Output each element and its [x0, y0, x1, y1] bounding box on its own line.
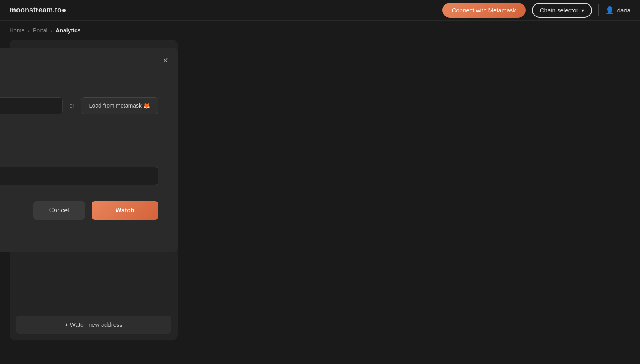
title-label: Title: [0, 155, 158, 162]
watch-address-modal: Watch new address × Address or Load from…: [0, 48, 178, 252]
chevron-down-icon: ▾: [582, 8, 584, 13]
address-section: Address or Load from metamask 🦊: [0, 86, 158, 114]
account-type-row: Smart contract Regular account: [0, 137, 158, 144]
logo: moonstream.to: [10, 6, 442, 14]
username: daria: [617, 7, 630, 14]
modal-actions: Cancel Watch: [0, 201, 158, 220]
logo-dot: [62, 9, 66, 12]
breadcrumb-sep-1: ›: [28, 27, 30, 34]
user-section: 👤 daria: [605, 6, 630, 15]
account-type-label: Account type: [0, 125, 158, 132]
modal-title: Watch new address: [0, 62, 158, 73]
breadcrumb-portal[interactable]: Portal: [33, 27, 48, 34]
watch-button[interactable]: Watch: [92, 201, 158, 220]
page-body: Addresses 🔍 Polygon ⛓ Sunflower Land Pol…: [10, 40, 178, 362]
address-input[interactable]: [0, 97, 63, 114]
address-label: Address: [0, 86, 158, 92]
title-section: Title: [0, 155, 158, 185]
load-metamask-button[interactable]: Load from metamask 🦊: [81, 97, 158, 114]
breadcrumb-current: Analytics: [56, 27, 80, 34]
account-type-section: Account type Smart contract Regular acco…: [0, 125, 158, 144]
user-icon: 👤: [605, 6, 614, 15]
chain-selector-button[interactable]: Chain selector ▾: [532, 3, 592, 18]
header-right: Connect with Metamask Chain selector ▾ 👤…: [442, 3, 630, 18]
header: moonstream.to Connect with Metamask Chai…: [0, 0, 640, 21]
modal-close-button[interactable]: ×: [163, 56, 168, 65]
main-content: Addresses 🔍 Polygon ⛓ Sunflower Land Pol…: [0, 40, 640, 362]
breadcrumb-sep-2: ›: [51, 27, 53, 34]
breadcrumb: Home › Portal › Analytics: [0, 21, 640, 40]
cancel-button[interactable]: Cancel: [33, 201, 85, 220]
address-input-row: or Load from metamask 🦊: [0, 97, 158, 114]
connect-metamask-button[interactable]: Connect with Metamask: [442, 3, 526, 18]
modal-overlay: Watch new address × Address or Load from…: [0, 40, 178, 362]
title-input[interactable]: [0, 167, 158, 185]
chain-selector-label: Chain selector: [540, 7, 578, 14]
breadcrumb-home[interactable]: Home: [10, 27, 24, 34]
header-divider: [598, 4, 599, 16]
or-separator: or: [69, 102, 74, 109]
